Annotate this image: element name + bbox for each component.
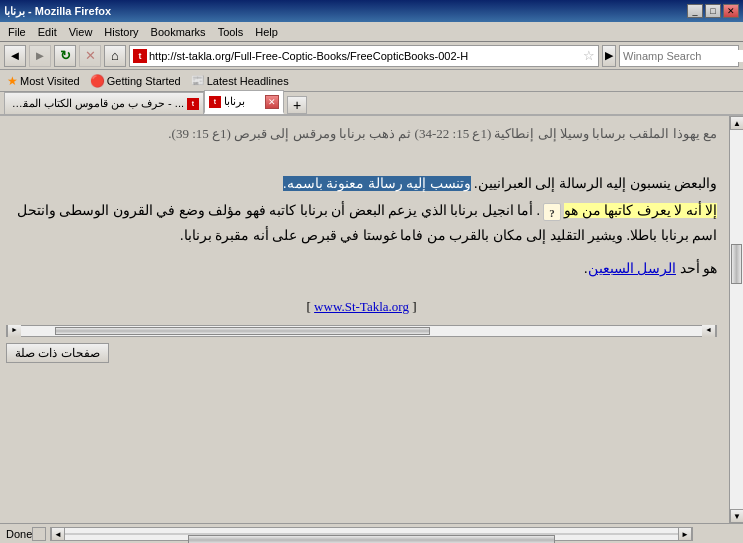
h-scroll-right-btn[interactable]: ► xyxy=(678,527,692,541)
home-button[interactable]: ⌂ xyxy=(104,45,126,67)
h-scroll-thumb[interactable] xyxy=(55,327,430,335)
star-icon: ★ xyxy=(7,74,18,88)
minimize-button[interactable]: _ xyxy=(687,4,703,18)
forward-button[interactable]: ► xyxy=(29,45,51,67)
stop-button[interactable]: ✕ xyxy=(79,45,101,67)
scroll-thumb[interactable] xyxy=(731,244,742,284)
tooltip-q[interactable]: ? xyxy=(543,203,561,221)
website-link[interactable]: [ www.St-Takla.org ] xyxy=(6,295,717,318)
menu-edit[interactable]: Edit xyxy=(32,24,63,40)
address-favicon: t xyxy=(133,49,147,63)
scrollbar-area: ◄ ► xyxy=(6,325,717,337)
text-hebrews: والبعض ينسبون إليه الرسالة إلى العبرانيي… xyxy=(471,176,718,191)
menu-bookmarks[interactable]: Bookmarks xyxy=(145,24,212,40)
tab-bar: t ... - حرف ب من قاموس الكتاب المقدس t ب… xyxy=(0,92,743,116)
search-input[interactable] xyxy=(620,50,743,62)
status-text: Done xyxy=(6,528,32,540)
text-apostle-start: هو أحد xyxy=(676,261,717,276)
new-tab-button[interactable]: + xyxy=(287,96,307,114)
scrollbar-corner xyxy=(32,527,46,541)
scroll-track xyxy=(730,130,743,509)
paragraph-top: مع يهوذا الملقب برسابا وسيلا إلى إنطاكية… xyxy=(6,122,717,145)
h-scroll-track xyxy=(21,326,702,336)
bookmark-most-visited[interactable]: ★ Most Visited xyxy=(4,73,83,89)
tab-inactive[interactable]: t ... - حرف ب من قاموس الكتاب المقدس xyxy=(4,92,204,114)
tab-active[interactable]: t برنابا ✕ xyxy=(204,90,284,114)
tab-title-1: ... - حرف ب من قاموس الكتاب المقدس xyxy=(9,97,184,110)
navigation-bar: ◄ ► ↻ ✕ ⌂ t ☆ ▶ 🔍 xyxy=(0,42,743,70)
bookmarks-bar: ★ Most Visited 🔴 Getting Started 📰 Lates… xyxy=(0,70,743,92)
scroll-up-button[interactable]: ▲ xyxy=(730,116,743,130)
main-area: مع يهوذا الملقب برسابا وسيلا إلى إنطاكية… xyxy=(0,116,743,523)
paragraph-3: إلا أنه لا يعرف كاتبها من هو?. أما انجيل… xyxy=(6,198,717,248)
status-bar: Done ◄ ► xyxy=(0,523,743,543)
paragraph-2: والبعض ينسبون إليه الرسالة إلى العبرانيي… xyxy=(6,171,717,196)
h-scroll-left[interactable]: ◄ xyxy=(702,325,716,337)
title-bar: برنابا - Mozilla Firefox _ □ ✕ xyxy=(0,0,743,22)
h-scroll-left-btn[interactable]: ◄ xyxy=(51,527,65,541)
back-button[interactable]: ◄ xyxy=(4,45,26,67)
menu-bar: File Edit View History Bookmarks Tools H… xyxy=(0,22,743,42)
reload-button[interactable]: ↻ xyxy=(54,45,76,67)
rss-icon: 📰 xyxy=(191,74,205,87)
page-content: مع يهوذا الملقب برسابا وسيلا إلى إنطاكية… xyxy=(0,116,729,523)
search-bar[interactable]: 🔍 xyxy=(619,45,739,67)
link-apostles[interactable]: الرسل السبعين xyxy=(588,261,677,276)
address-bar[interactable]: t ☆ xyxy=(129,45,599,67)
h-scroll-track-main xyxy=(65,533,678,535)
menu-tools[interactable]: Tools xyxy=(212,24,250,40)
website-anchor[interactable]: www.St-Takla.org xyxy=(314,299,409,314)
highlight-author: إلا أنه لا يعرف كاتبها من هو xyxy=(564,203,717,218)
menu-history[interactable]: History xyxy=(98,24,144,40)
bookmark-star-icon[interactable]: ☆ xyxy=(583,48,595,63)
bookmark-label-3: Latest Headlines xyxy=(207,75,289,87)
go-button[interactable]: ▶ xyxy=(602,45,616,67)
content-wrapper: مع يهوذا الملقب برسابا وسيلا إلى إنطاكية… xyxy=(0,116,729,523)
address-input[interactable] xyxy=(149,50,581,62)
star-icon-2: 🔴 xyxy=(90,74,105,88)
scroll-down-button[interactable]: ▼ xyxy=(730,509,743,523)
bookmark-latest-headlines[interactable]: 📰 Latest Headlines xyxy=(188,73,292,88)
menu-view[interactable]: View xyxy=(63,24,99,40)
window-controls[interactable]: _ □ ✕ xyxy=(687,4,739,18)
h-scroll-thumb-main[interactable] xyxy=(188,535,556,543)
paragraph-4: هو أحد الرسل السبعين. xyxy=(6,256,717,281)
horizontal-scrollbar: ◄ ► xyxy=(50,527,693,541)
vertical-scrollbar: ▲ ▼ xyxy=(729,116,743,523)
maximize-button[interactable]: □ xyxy=(705,4,721,18)
menu-file[interactable]: File xyxy=(2,24,32,40)
tab-favicon-1: t xyxy=(187,98,199,110)
tab-favicon-2: t xyxy=(209,96,221,108)
tab-close-button[interactable]: ✕ xyxy=(265,95,279,109)
tab-title-2: برنابا xyxy=(224,95,262,108)
related-pages-button[interactable]: صفحات ذات صلة xyxy=(6,343,109,363)
close-button[interactable]: ✕ xyxy=(723,4,739,18)
bookmark-label: Most Visited xyxy=(20,75,80,87)
highlight-epistle: وتنسب إليه رسالة معنونة باسمه. xyxy=(283,176,471,191)
window-title: برنابا - Mozilla Firefox xyxy=(4,5,111,18)
bookmark-label-2: Getting Started xyxy=(107,75,181,87)
menu-help[interactable]: Help xyxy=(249,24,284,40)
h-scroll-right[interactable]: ► xyxy=(7,325,21,337)
bookmark-getting-started[interactable]: 🔴 Getting Started xyxy=(87,73,184,89)
